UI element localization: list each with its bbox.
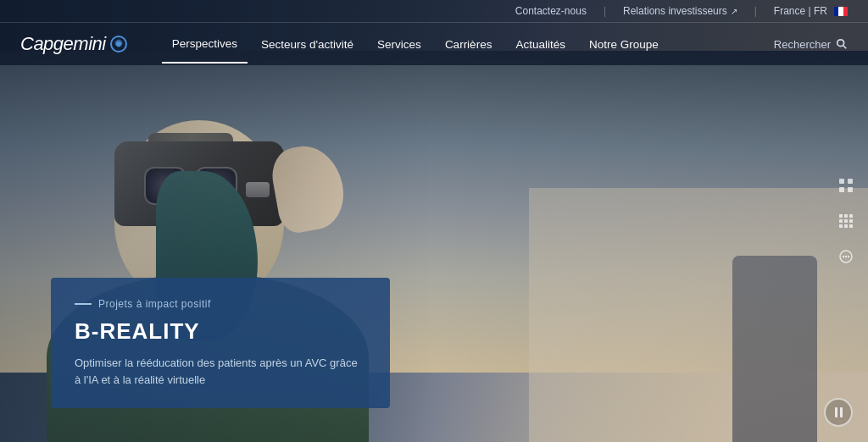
svg-rect-16	[849, 224, 853, 228]
card-dash	[75, 303, 92, 305]
svg-line-3	[843, 46, 847, 49]
nav-perspectives[interactable]: Perspectives	[162, 25, 248, 64]
top-bar: Contactez-nous | Relations investisseurs…	[0, 0, 868, 23]
svg-point-20	[848, 256, 849, 257]
search-icon	[836, 38, 848, 50]
nav-actualites[interactable]: Actualités	[505, 26, 576, 63]
svg-rect-9	[844, 214, 848, 218]
nav-secteurs[interactable]: Secteurs d'activité	[251, 26, 364, 63]
svg-point-19	[845, 256, 847, 257]
svg-rect-4	[839, 179, 844, 184]
svg-rect-15	[844, 224, 848, 228]
grid-icon[interactable]	[834, 174, 858, 197]
pause-button[interactable]	[824, 398, 853, 427]
hero-section: Contactez-nous | Relations investisseurs…	[0, 0, 868, 442]
nav-services[interactable]: Services	[367, 26, 431, 63]
svg-rect-5	[848, 179, 853, 184]
svg-rect-7	[848, 187, 853, 192]
side-controls	[834, 174, 858, 268]
card-title: B-REALITY	[75, 318, 366, 345]
investors-link[interactable]: Relations investisseurs ↗	[623, 5, 737, 17]
apps-icon[interactable]	[834, 209, 858, 233]
logo-icon	[109, 35, 128, 53]
svg-rect-12	[844, 219, 848, 223]
search-label: Rechercher	[774, 38, 831, 51]
france-flag	[834, 7, 848, 16]
external-link-icon: ↗	[731, 7, 737, 16]
nav-carrieres[interactable]: Carrières	[435, 26, 503, 63]
nav-bar: Capgemini Perspectives Secteurs d'activi…	[0, 23, 868, 65]
svg-rect-13	[849, 219, 853, 223]
lang-selector[interactable]: France | FR	[774, 5, 848, 17]
logo-text: Capgemini	[20, 33, 106, 55]
logo[interactable]: Capgemini	[20, 33, 128, 55]
card-tag: Projets à impact positif	[75, 298, 366, 310]
svg-rect-6	[839, 187, 844, 192]
chat-icon[interactable]	[834, 245, 858, 268]
svg-rect-8	[839, 214, 843, 218]
search-area[interactable]: Rechercher	[774, 38, 848, 51]
nav-groupe[interactable]: Notre Groupe	[579, 26, 669, 63]
svg-point-18	[843, 256, 844, 257]
main-nav: Perspectives Secteurs d'activité Service…	[162, 25, 764, 64]
svg-rect-10	[849, 214, 853, 218]
site-header: Contactez-nous | Relations investisseurs…	[0, 0, 868, 65]
svg-point-2	[837, 40, 844, 47]
contact-link[interactable]: Contactez-nous	[515, 5, 587, 17]
card-description: Optimiser la rééducation des patients ap…	[75, 355, 366, 388]
svg-rect-14	[839, 224, 843, 228]
svg-point-1	[116, 41, 121, 47]
svg-rect-11	[839, 219, 843, 223]
info-card: Projets à impact positif B-REALITY Optim…	[51, 278, 390, 408]
pause-icon	[835, 407, 843, 417]
